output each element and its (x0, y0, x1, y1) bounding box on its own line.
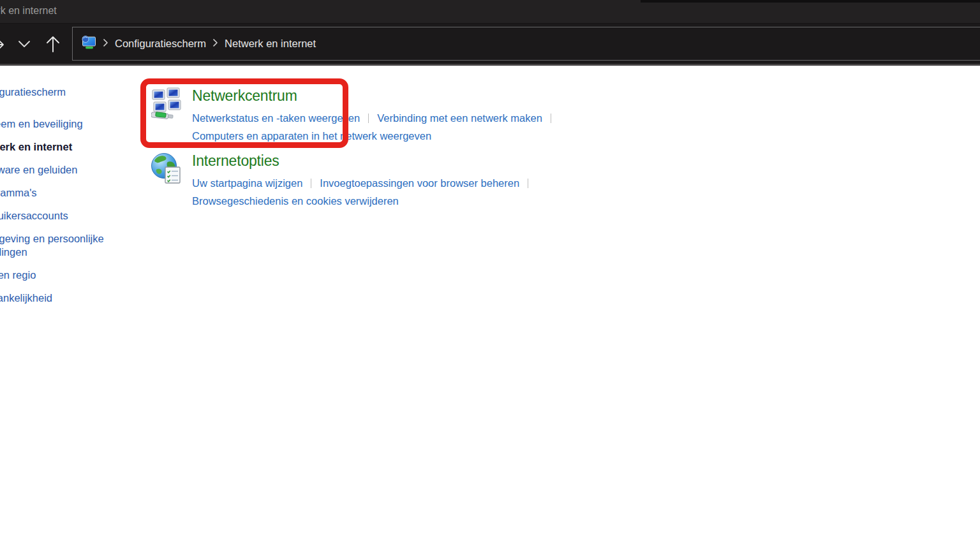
up-arrow-icon[interactable] (44, 33, 62, 57)
category-network-center: Netwerkcentrum Netwerkstatus en -taken w… (151, 87, 560, 145)
task-link-delete-history[interactable]: Browsegeschiedenis en cookies verwijdere… (192, 195, 399, 207)
task-link-view-computers[interactable]: Computers en apparaten in het netwerk we… (192, 130, 431, 142)
breadcrumb-current[interactable]: Netwerk en internet (225, 38, 316, 50)
task-row: Computers en apparaten in het netwerk we… (192, 127, 560, 145)
sidebar-item-system-security[interactable]: Systeem en beveiliging (0, 117, 140, 131)
sidebar-item-hardware-sound[interactable]: Hardware en geluiden (0, 163, 140, 177)
category-body: Netwerkcentrum Netwerkstatus en -taken w… (192, 87, 560, 145)
window-titlebar: Netwerk en internet (0, 0, 980, 23)
task-row: Netwerkstatus en -taken weergeven Verbin… (192, 109, 560, 127)
sidebar-item-appearance[interactable]: Vormgeving en persoonlijke instellingen (0, 232, 140, 259)
sidebar-item-programs[interactable]: Programma's (0, 186, 140, 200)
sidebar-item-accessibility[interactable]: Toegankelijkheid (0, 291, 140, 305)
sidebar-item-user-accounts[interactable]: Gebruikersaccounts (0, 209, 140, 223)
navigation-bar: Configuratiescherm Netwerk en internet (0, 23, 980, 66)
chevron-right-icon (103, 38, 108, 50)
task-row: Uw startpagina wijzigen Invoegtoepassing… (192, 174, 537, 192)
control-panel-window: Netwerk en internet (0, 0, 980, 551)
separator (528, 179, 528, 188)
network-center-icon[interactable] (151, 87, 182, 145)
screen-edge-strip (641, 0, 980, 3)
task-link-connect-network[interactable]: Verbinding met een netwerk maken (377, 112, 542, 124)
category-title-internet-options[interactable]: Internetopties (192, 153, 537, 168)
sidebar-item-home[interactable]: Configuratiescherm (0, 85, 140, 99)
sidebar: Configuratiescherm Systeem en beveiligin… (0, 85, 140, 314)
task-link-change-homepage[interactable]: Uw startpagina wijzigen (192, 177, 302, 189)
chevron-down-icon[interactable] (17, 40, 31, 51)
window-title: Netwerk en internet (0, 5, 57, 17)
task-row: Browsegeschiedenis en cookies verwijdere… (192, 192, 537, 210)
address-bar[interactable]: Configuratiescherm Netwerk en internet (72, 27, 980, 61)
separator (551, 114, 551, 123)
forward-arrow-icon[interactable] (0, 36, 7, 55)
internet-options-icon[interactable] (151, 152, 182, 210)
sidebar-item-network-internet[interactable]: Netwerk en internet (0, 140, 140, 154)
breadcrumb-root[interactable]: Configuratiescherm (115, 38, 206, 50)
category-internet-options: Internetopties Uw startpagina wijzigen I… (151, 152, 537, 210)
category-body: Internetopties Uw startpagina wijzigen I… (192, 152, 537, 210)
task-link-manage-addons[interactable]: Invoegtoepassingen voor browser beheren (320, 177, 519, 189)
category-title-network-center[interactable]: Netwerkcentrum (192, 88, 560, 103)
sidebar-item-clock-region[interactable]: Klok en regio (0, 268, 140, 282)
separator (311, 179, 311, 188)
task-link-network-status[interactable]: Netwerkstatus en -taken weergeven (192, 112, 360, 124)
separator (368, 114, 369, 123)
chevron-right-icon (212, 38, 218, 50)
content-area: Configuratiescherm Systeem en beveiligin… (0, 66, 980, 551)
control-panel-icon (81, 35, 96, 52)
